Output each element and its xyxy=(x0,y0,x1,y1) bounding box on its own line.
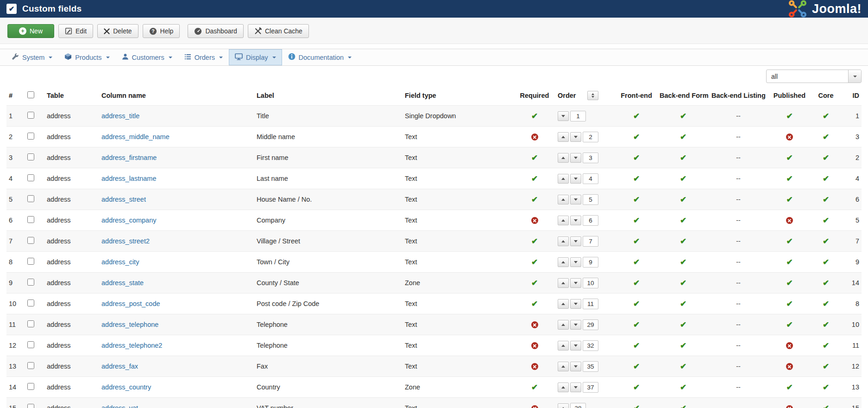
check-icon[interactable]: ✔ xyxy=(680,174,686,183)
check-icon[interactable]: ✔ xyxy=(786,174,793,183)
check-icon[interactable]: ✔ xyxy=(823,174,829,183)
dashboard-button[interactable]: Dashboard xyxy=(188,24,244,38)
check-icon[interactable]: ✔ xyxy=(531,300,538,308)
menu-orders[interactable]: Orders xyxy=(178,49,229,65)
menu-system[interactable]: System xyxy=(6,49,58,65)
order-down-button[interactable] xyxy=(570,362,581,371)
menu-products[interactable]: Products xyxy=(58,49,115,65)
check-icon[interactable]: ✔ xyxy=(680,133,686,141)
edit-button[interactable]: Edit xyxy=(58,24,93,38)
order-up-button[interactable] xyxy=(558,236,569,246)
check-icon[interactable]: ✔ xyxy=(823,153,829,162)
order-down-button[interactable] xyxy=(570,278,581,288)
order-up-button[interactable] xyxy=(558,257,569,267)
row-checkbox[interactable] xyxy=(27,383,34,390)
order-input[interactable] xyxy=(583,278,598,288)
row-checkbox[interactable] xyxy=(27,112,34,119)
check-icon[interactable]: ✔ xyxy=(786,300,793,308)
order-up-button[interactable] xyxy=(558,320,569,330)
row-checkbox[interactable] xyxy=(27,133,34,140)
clean-cache-button[interactable]: Clean Cache xyxy=(248,24,309,38)
column-name-link[interactable]: address_company xyxy=(101,217,157,224)
menu-customers[interactable]: Customers xyxy=(116,49,178,65)
check-icon[interactable]: ✔ xyxy=(633,320,640,329)
check-icon[interactable]: ✔ xyxy=(786,258,793,267)
order-down-button[interactable] xyxy=(570,382,581,392)
order-up-button[interactable] xyxy=(558,174,569,184)
column-name-link[interactable]: address_firstname xyxy=(101,154,157,161)
order-up-button[interactable] xyxy=(558,341,569,351)
check-icon[interactable]: ✔ xyxy=(680,341,686,350)
new-button[interactable]: + New xyxy=(7,24,54,38)
check-icon[interactable]: ✔ xyxy=(823,383,829,392)
cross-icon[interactable] xyxy=(786,405,793,408)
check-icon[interactable]: ✔ xyxy=(786,112,793,121)
order-input[interactable] xyxy=(583,257,598,268)
select-all-checkbox[interactable] xyxy=(27,91,34,98)
order-input[interactable] xyxy=(583,132,598,142)
order-input[interactable] xyxy=(583,194,598,205)
check-icon[interactable]: ✔ xyxy=(633,362,640,371)
check-icon[interactable]: ✔ xyxy=(823,258,829,267)
check-icon[interactable]: ✔ xyxy=(786,383,793,392)
column-name-link[interactable]: address_middle_name xyxy=(101,133,170,140)
check-icon[interactable]: ✔ xyxy=(823,279,829,287)
column-name-link[interactable]: address_vat xyxy=(101,404,138,408)
check-icon[interactable]: ✔ xyxy=(680,237,686,246)
column-name-link[interactable]: address_country xyxy=(101,383,151,391)
check-icon[interactable]: ✔ xyxy=(823,216,829,225)
row-checkbox[interactable] xyxy=(27,362,34,369)
column-name-link[interactable]: address_lastname xyxy=(101,175,157,182)
check-icon[interactable]: ✔ xyxy=(823,404,829,408)
column-name-link[interactable]: address_telephone2 xyxy=(101,342,162,349)
order-down-button[interactable] xyxy=(570,236,581,246)
order-input[interactable] xyxy=(583,319,598,330)
order-up-button[interactable] xyxy=(558,278,569,288)
order-down-button[interactable] xyxy=(570,174,581,184)
row-checkbox[interactable] xyxy=(27,237,34,244)
cross-icon[interactable] xyxy=(531,217,538,224)
order-down-button[interactable] xyxy=(570,341,581,351)
check-icon[interactable]: ✔ xyxy=(633,216,640,225)
check-icon[interactable]: ✔ xyxy=(531,112,538,121)
check-icon[interactable]: ✔ xyxy=(680,300,686,308)
order-input[interactable] xyxy=(583,361,598,372)
check-icon[interactable]: ✔ xyxy=(680,279,686,287)
row-checkbox[interactable] xyxy=(27,341,34,348)
order-input[interactable] xyxy=(583,299,598,309)
order-input[interactable] xyxy=(570,111,586,121)
check-icon[interactable]: ✔ xyxy=(680,383,686,392)
check-icon[interactable]: ✔ xyxy=(786,279,793,287)
check-icon[interactable]: ✔ xyxy=(823,320,829,329)
check-icon[interactable]: ✔ xyxy=(633,112,640,121)
check-icon[interactable]: ✔ xyxy=(531,195,538,204)
cross-icon[interactable] xyxy=(531,321,538,328)
column-name-link[interactable]: address_street2 xyxy=(101,237,150,245)
column-name-link[interactable]: address_street xyxy=(101,196,146,203)
order-up-button[interactable] xyxy=(558,153,569,163)
check-icon[interactable]: ✔ xyxy=(633,174,640,183)
check-icon[interactable]: ✔ xyxy=(633,383,640,392)
check-icon[interactable]: ✔ xyxy=(680,258,686,267)
check-icon[interactable]: ✔ xyxy=(823,300,829,308)
check-icon[interactable]: ✔ xyxy=(633,300,640,308)
check-icon[interactable]: ✔ xyxy=(680,216,686,225)
check-icon[interactable]: ✔ xyxy=(633,341,640,350)
cross-icon[interactable] xyxy=(786,217,793,224)
check-icon[interactable]: ✔ xyxy=(633,404,640,408)
row-checkbox[interactable] xyxy=(27,216,34,223)
menu-display[interactable]: Display xyxy=(229,49,282,65)
sort-arrows-icon[interactable] xyxy=(587,91,598,100)
order-down-button[interactable] xyxy=(570,320,581,330)
cross-icon[interactable] xyxy=(531,363,538,370)
check-icon[interactable]: ✔ xyxy=(680,153,686,162)
row-checkbox[interactable] xyxy=(27,258,34,265)
row-checkbox[interactable] xyxy=(27,404,34,408)
order-up-button[interactable] xyxy=(558,299,569,309)
check-icon[interactable]: ✔ xyxy=(633,133,640,141)
column-name-link[interactable]: address_fax xyxy=(101,363,138,370)
order-down-button[interactable] xyxy=(570,299,581,309)
check-icon[interactable]: ✔ xyxy=(786,153,793,162)
order-up-button[interactable] xyxy=(558,216,569,225)
check-icon[interactable]: ✔ xyxy=(531,279,538,287)
